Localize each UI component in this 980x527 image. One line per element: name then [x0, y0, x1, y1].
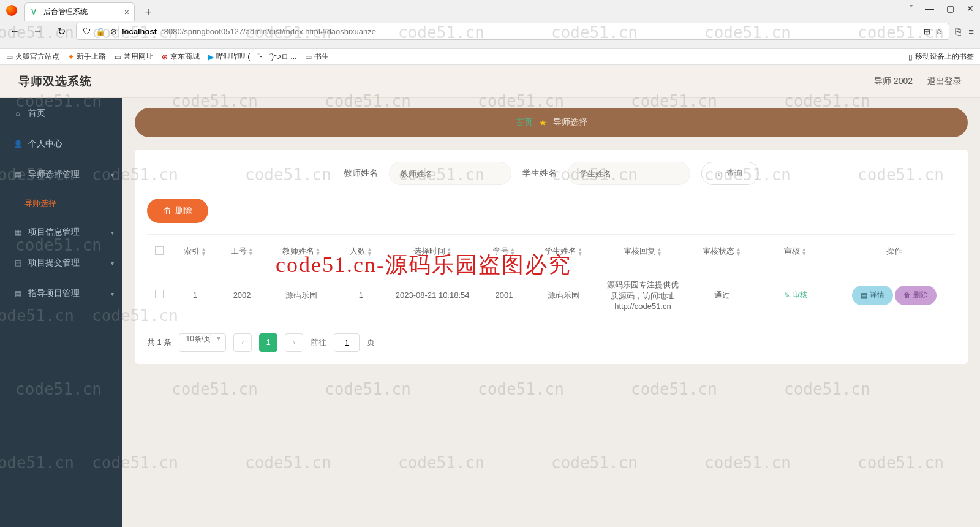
goto-label-pre: 前往: [311, 337, 326, 348]
bookmark-star-icon[interactable]: ☆: [935, 27, 943, 36]
chevron-down-icon: ▾: [111, 260, 114, 267]
next-page-button[interactable]: ›: [285, 333, 303, 352]
col-ops: 操作: [833, 235, 956, 268]
content: 首页 ★ 导师选择 教师姓名 学生姓名 ⌕查询 🗑删除: [123, 98, 980, 527]
panel: 教师姓名 学生姓名 ⌕查询 🗑删除 索引▲▼ 工号▲▼ 教师姓名▲▼: [135, 150, 968, 364]
new-tab-button[interactable]: +: [140, 4, 157, 21]
star-icon: ★: [539, 118, 547, 127]
cell-index: 1: [172, 268, 219, 322]
reload-button[interactable]: ↻: [53, 23, 70, 40]
url-input[interactable]: 🛡 🔒 ⊘ localhost:8080/springboot05127/adm…: [76, 23, 949, 40]
teacher-name-input[interactable]: [389, 162, 511, 185]
mobile-bookmarks[interactable]: ▯移动设备上的书签: [908, 51, 974, 62]
sidebar-item-profile[interactable]: 👤个人中心: [0, 129, 123, 159]
vue-icon: V: [31, 8, 40, 17]
bookmark-item[interactable]: ▭书生: [305, 51, 329, 62]
sort-icon: ▲▼: [447, 248, 452, 256]
breadcrumb-current: 导师选择: [553, 117, 587, 128]
qr-icon[interactable]: ⊞: [924, 27, 930, 36]
edit-icon: ✎: [784, 291, 790, 300]
search-icon: ⌕: [718, 169, 723, 178]
bookmark-item[interactable]: ▶哔哩哔哩 ( ゜- ゜)つロ ...: [208, 51, 296, 62]
logout-button[interactable]: 退出登录: [927, 76, 962, 87]
current-user[interactable]: 导师 2002: [874, 76, 913, 87]
back-button[interactable]: ←: [6, 23, 23, 40]
chevron-down-icon: ▾: [111, 229, 114, 236]
pager-total: 共 1 条: [147, 337, 172, 348]
sort-icon: ▲▼: [510, 248, 516, 256]
sidebar-item-home[interactable]: ⌂首页: [0, 98, 123, 129]
sort-icon: ▲▼: [657, 248, 662, 256]
forward-button[interactable]: →: [29, 23, 47, 40]
home-icon: ⌂: [13, 109, 22, 118]
window-dropdown-icon[interactable]: ˅: [909, 4, 913, 13]
main-area: 导师双选系统 导师 2002 退出登录 ⌂首页 👤个人中心 ▤导师选择管理▾ 导…: [0, 65, 980, 527]
bookmark-item[interactable]: ✦新手上路: [68, 51, 106, 62]
bookmark-item[interactable]: ▭常用网址: [115, 51, 153, 62]
topbar: 导师双选系统 导师 2002 退出登录: [0, 65, 980, 98]
cell-teacher: 源码乐园: [265, 268, 337, 322]
student-name-input[interactable]: [568, 162, 690, 185]
table-row: 1 2002 源码乐园 1 2023-08-21 10:18:54 2001 源…: [147, 268, 956, 322]
teacher-name-label: 教师姓名: [344, 168, 378, 179]
maximize-icon[interactable]: ▢: [946, 4, 954, 13]
sidebar-item-tutor-select[interactable]: 导师选择: [0, 190, 123, 217]
chevron-down-icon: ▾: [111, 172, 114, 178]
sort-icon: ▲▼: [248, 248, 254, 256]
cell-time: 2023-08-21 10:18:54: [385, 268, 481, 322]
tab-bar: V 后台管理系统 × + ˅ — ▢ ✕: [0, 0, 980, 21]
firefox-icon: [6, 5, 17, 16]
col-time: 选择时间▲▼: [385, 235, 481, 268]
browser-chrome: V 后台管理系统 × + ˅ — ▢ ✕ ← → ↻ 🛡 🔒 ⊘ localho…: [0, 0, 980, 49]
app-brand: 导师双选系统: [18, 74, 92, 89]
cell-student: 源码乐园: [527, 268, 600, 322]
extensions-icon[interactable]: ⎘: [956, 26, 961, 37]
prev-page-button[interactable]: ‹: [233, 333, 252, 352]
data-table: 索引▲▼ 工号▲▼ 教师姓名▲▼ 人数▲▼ 选择时间▲▼ 学号▲▼ 学生姓名▲▼…: [147, 234, 956, 322]
audit-button[interactable]: ✎审核: [775, 286, 816, 305]
col-teacher: 教师姓名▲▼: [265, 235, 337, 268]
select-all-checkbox[interactable]: [155, 246, 164, 255]
delete-button[interactable]: 🗑删除: [147, 199, 208, 223]
cell-count: 1: [337, 268, 385, 322]
url-path: :8080/springboot05127/admin/dist/index.h…: [162, 27, 376, 36]
app-root: 导师双选系统 导师 2002 退出登录 ⌂首页 👤个人中心 ▤导师选择管理▾ 导…: [0, 65, 980, 527]
row-delete-button[interactable]: 🗑删除: [895, 286, 937, 305]
sidebar-item-guide-project[interactable]: ▤指导项目管理▾: [0, 278, 123, 309]
close-window-icon[interactable]: ✕: [967, 4, 974, 13]
url-host: localhost: [122, 27, 157, 36]
address-bar: ← → ↻ 🛡 🔒 ⊘ localhost:8080/springboot051…: [0, 21, 980, 42]
bookmark-item[interactable]: ⊕京东商城: [162, 51, 200, 62]
user-icon: 👤: [13, 140, 22, 148]
row-checkbox[interactable]: [155, 290, 164, 298]
detail-button[interactable]: ▤详情: [852, 286, 893, 305]
list-icon: ▤: [13, 289, 22, 298]
cell-status: 通过: [686, 268, 758, 322]
goto-label-suf: 页: [367, 337, 375, 348]
list-icon: ▤: [13, 170, 22, 179]
breadcrumb: 首页 ★ 导师选择: [135, 108, 968, 137]
sidebar-item-tutor-select-mgmt[interactable]: ▤导师选择管理▾: [0, 159, 123, 190]
page-size-select[interactable]: 10条/页: [179, 333, 226, 352]
menu-icon[interactable]: ≡: [968, 26, 974, 37]
bookmark-bar: ▭火狐官方站点 ✦新手上路 ▭常用网址 ⊕京东商城 ▶哔哩哔哩 ( ゜- ゜)つ…: [0, 49, 980, 65]
pagination: 共 1 条 10条/页 ‹ 1 › 前往 页: [147, 333, 956, 352]
bookmark-item[interactable]: ▭火狐官方站点: [6, 51, 59, 62]
browser-tab[interactable]: V 后台管理系统 ×: [24, 2, 135, 21]
page-number-button[interactable]: 1: [259, 333, 277, 352]
col-reply: 审核回复▲▼: [600, 235, 686, 268]
minimize-icon[interactable]: —: [925, 4, 934, 13]
col-xuehao: 学号▲▼: [481, 235, 528, 268]
sort-icon: ▲▼: [201, 248, 206, 256]
breadcrumb-home[interactable]: 首页: [516, 117, 533, 128]
sidebar-item-project-info[interactable]: ▦项目信息管理▾: [0, 217, 123, 248]
sort-icon: ▲▼: [736, 248, 741, 256]
trash-icon: 🗑: [903, 291, 911, 300]
list-icon: ▤: [13, 259, 22, 267]
table-header-row: 索引▲▼ 工号▲▼ 教师姓名▲▼ 人数▲▼ 选择时间▲▼ 学号▲▼ 学生姓名▲▼…: [147, 235, 956, 268]
col-audit: 审核▲▼: [758, 235, 833, 268]
sidebar-item-project-submit[interactable]: ▤项目提交管理▾: [0, 248, 123, 278]
close-icon[interactable]: ×: [124, 7, 129, 17]
query-button[interactable]: ⌕查询: [701, 162, 759, 185]
goto-page-input[interactable]: [334, 333, 360, 352]
